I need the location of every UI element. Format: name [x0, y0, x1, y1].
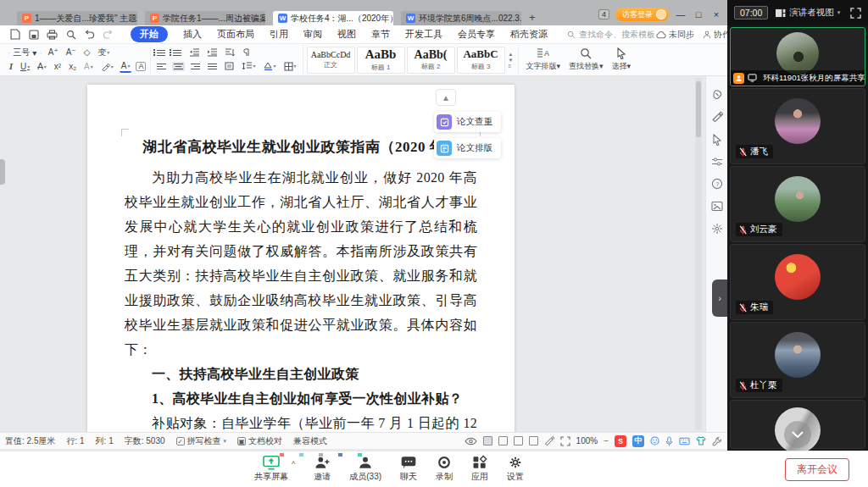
doc-proof-button[interactable]: ▣ 文档校对 — [237, 435, 282, 447]
zoom-out-icon[interactable]: − — [604, 436, 609, 445]
help-icon[interactable]: ? — [711, 178, 723, 190]
select-button[interactable]: 选择▾ — [612, 47, 632, 72]
char-border-icon[interactable]: A — [136, 62, 146, 71]
preview-icon[interactable] — [64, 28, 77, 41]
ime-mic-icon[interactable] — [665, 436, 673, 446]
font-color-icon[interactable]: A▾ — [120, 61, 132, 73]
doc-tab-3-active[interactable]: W 学校任务4：湖...（2020年） × — [273, 11, 393, 25]
find-replace-button[interactable]: 查找替换▾ — [569, 47, 604, 72]
image-edit-icon[interactable] — [711, 201, 723, 212]
edit-pen-icon[interactable] — [544, 436, 554, 446]
scrollbar-thumb[interactable] — [696, 81, 701, 137]
leave-meeting-button[interactable]: 离开会议 — [785, 458, 849, 481]
increase-indent-icon[interactable] — [205, 47, 219, 58]
ribbon-tab-section[interactable]: 章节 — [371, 28, 390, 41]
ribbon-tab-references[interactable]: 引用 — [270, 28, 288, 41]
video-tile[interactable]: 潘飞 — [730, 88, 865, 164]
share-options-caret[interactable]: ^ — [292, 460, 295, 468]
ime-keyboard-icon[interactable] — [679, 437, 690, 445]
border-icon[interactable]: ▾ — [282, 61, 298, 72]
paper-check-button[interactable]: 论文查重 — [434, 112, 501, 132]
decrease-indent-icon[interactable] — [187, 47, 201, 58]
align-justify-icon[interactable] — [206, 62, 219, 71]
video-tile-sharer[interactable]: 环科11901张秋月的屏幕共享 — [730, 27, 865, 86]
ribbon-tab-page-layout[interactable]: 页面布局 — [217, 28, 254, 41]
clear-format-icon[interactable]: ◇ — [82, 47, 92, 58]
page-view-icon[interactable] — [483, 436, 492, 445]
eye-protect-icon[interactable] — [465, 437, 477, 445]
char-shading-icon[interactable]: A▾ — [82, 62, 95, 72]
number-list-icon[interactable] — [171, 48, 183, 58]
chat-button[interactable]: 聊天 — [400, 455, 417, 483]
undo-icon[interactable] — [83, 28, 96, 41]
ribbon-tab-view[interactable]: 视图 — [337, 28, 356, 41]
show-marks-icon[interactable] — [241, 47, 253, 58]
cursor-icon[interactable] — [712, 134, 722, 146]
align-center-icon[interactable] — [172, 62, 185, 71]
settings-button[interactable]: 设置 — [507, 455, 524, 483]
view-mode-button[interactable]: 演讲者视图 ▾ — [775, 7, 840, 19]
shading-icon[interactable]: ▾ — [262, 61, 278, 71]
close-button[interactable]: × — [710, 9, 722, 19]
font-size-combo[interactable]: ·三号▾· — [8, 47, 42, 58]
ribbon-tab-home[interactable]: 开始 — [131, 26, 168, 42]
vertical-scrollbar[interactable] — [695, 78, 702, 430]
ribbon-tab-review[interactable]: 审阅 — [303, 28, 322, 41]
ime-emoji-icon[interactable] — [650, 436, 659, 445]
highlight-icon[interactable]: ▾ — [99, 61, 115, 72]
video-tile[interactable]: 刘云豪 — [730, 166, 865, 242]
collapse-panel-icon[interactable]: ▲ — [436, 89, 456, 106]
spellcheck-toggle[interactable]: ✓ 拼写检查 ▾ — [176, 435, 227, 447]
read-view-icon[interactable] — [529, 436, 538, 445]
distribute-icon[interactable] — [223, 61, 236, 71]
underline-icon[interactable]: U▾ — [19, 62, 31, 72]
doc-tab-4[interactable]: W 环境学院第6周晚点...022.3.27) — [401, 11, 521, 25]
outline-view-icon[interactable] — [498, 436, 508, 445]
decrease-font-icon[interactable]: A⁻ — [64, 47, 78, 58]
ribbon-tab-devtools[interactable]: 开发工具 — [405, 28, 442, 41]
record-button[interactable]: 录制 — [436, 455, 453, 483]
ribbon-tab-member[interactable]: 会员专享 — [458, 28, 495, 41]
ime-skin-icon[interactable] — [696, 436, 706, 445]
sort-icon[interactable] — [223, 47, 236, 58]
style-normal[interactable]: AaBbCcDd 正文 — [307, 47, 355, 74]
doc-tab-1[interactable]: P 1——关爱自...珍爱我" 主题班会 — [17, 11, 137, 25]
text-layout-button[interactable]: A 文字排版▾ — [526, 47, 560, 72]
style-heading3[interactable]: AaBbC 标题 3 — [457, 47, 505, 74]
video-tile[interactable]: 朱瑞 — [730, 244, 865, 320]
ime-chinese-icon[interactable]: 中 — [632, 435, 644, 447]
strikethrough-icon[interactable]: A▾ — [36, 62, 48, 72]
zoom-level[interactable]: 100% — [576, 436, 598, 445]
sogou-ime-icon[interactable]: S — [615, 435, 626, 447]
slider-icon[interactable] — [711, 157, 723, 167]
command-search[interactable]: 查找命令、搜索模板 — [567, 29, 655, 41]
scroll-down-button[interactable] — [784, 421, 811, 448]
superscript-icon[interactable]: x² — [53, 62, 63, 72]
align-right-icon[interactable] — [189, 62, 202, 71]
doc-tab-2[interactable]: P 学院任务1——...周边被骗案件通报 — [145, 11, 265, 25]
style-heading1[interactable]: AaBb 标题 1 — [357, 47, 405, 74]
expand-panel-button[interactable]: › — [712, 279, 727, 317]
ime-toolbox-icon[interactable] — [712, 436, 722, 446]
apps-button[interactable]: 应用 — [471, 455, 488, 483]
redo-icon[interactable] — [102, 28, 114, 41]
new-file-icon[interactable] — [8, 28, 21, 41]
align-left-icon[interactable] — [155, 62, 168, 71]
bullet-list-icon[interactable] — [155, 48, 167, 58]
left-panel-handle[interactable] — [0, 159, 5, 185]
minimize-button[interactable]: — — [675, 9, 687, 19]
ribbon-tab-docer[interactable]: 稻壳资源 — [510, 28, 548, 41]
print-icon[interactable] — [46, 28, 58, 41]
flower-icon[interactable] — [711, 223, 723, 235]
word-count[interactable]: 字数: 5030 — [125, 435, 165, 447]
ribbon-tab-insert[interactable]: 插入 — [183, 28, 202, 41]
window-count-badge[interactable]: 4 — [598, 9, 609, 19]
share-screen-button[interactable]: 共享屏幕 — [254, 455, 288, 483]
paper-layout-button[interactable]: 论文排版 — [434, 138, 501, 158]
pinyin-icon[interactable]: 变▾ — [96, 47, 111, 58]
new-tab-button[interactable]: + — [529, 11, 536, 24]
sync-status-button[interactable]: 未同步 — [655, 29, 694, 41]
video-tile[interactable]: 杜丫栗 — [730, 322, 865, 398]
fit-page-icon[interactable] — [560, 436, 570, 446]
subscript-icon[interactable]: x₂ — [67, 62, 78, 72]
